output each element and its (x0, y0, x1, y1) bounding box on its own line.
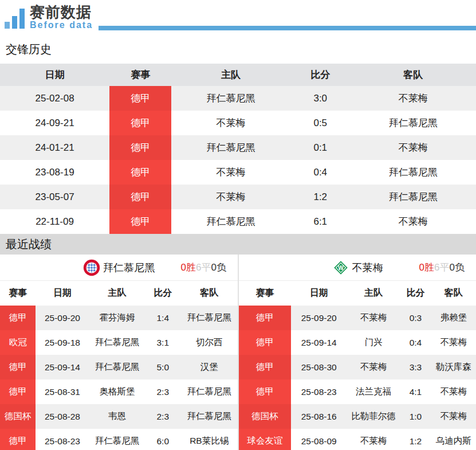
cell-competition: 德甲 (239, 379, 291, 404)
cell-away-team: 拜仁慕尼黑 (351, 185, 476, 209)
record-wins: 0胜 (419, 262, 434, 273)
cell-score: 3:1 (145, 330, 180, 355)
cell-date: 25-08-30 (291, 355, 347, 379)
table-row: 24-01-21 德甲 拜仁慕尼黑 0:1 不莱梅 (0, 135, 476, 160)
cell-date: 24-09-21 (0, 111, 109, 135)
recent-header-row: 赛事 日期 主队 比分 客队 (239, 281, 476, 306)
cell-date: 23-05-07 (0, 185, 109, 209)
cell-away-team: 拜仁慕尼黑 (180, 306, 238, 330)
cell-score: 1:2 (290, 185, 351, 209)
logo-subtitle: Before data (30, 20, 93, 30)
cell-date: 23-08-19 (0, 160, 109, 185)
h2h-section-title: 交锋历史 (0, 34, 476, 64)
cell-away-team: 乌迪内斯 (431, 429, 476, 450)
table-row: 德甲 25-08-23 法兰克福 4:1 不莱梅 (239, 379, 476, 404)
werder-club-logo-icon: W (332, 259, 349, 276)
table-row: 欧冠 25-09-18 拜仁慕尼黑 3:1 切尔西 (0, 330, 238, 355)
cell-competition: 德甲 (109, 209, 171, 234)
table-row: 德甲 25-09-20 霍芬海姆 1:4 拜仁慕尼黑 (0, 306, 238, 330)
table-row: 德甲 25-08-31 奥格斯堡 2:3 拜仁慕尼黑 (0, 379, 238, 404)
table-row: 德甲 25-08-30 不莱梅 3:3 勒沃库森 (239, 355, 476, 379)
cell-competition: 德国杯 (0, 404, 36, 429)
recent-header-score: 比分 (400, 281, 431, 306)
table-row: 22-11-09 德甲 拜仁慕尼黑 6:1 不莱梅 (0, 209, 476, 234)
header-divider-line (99, 26, 476, 30)
cell-home-team: 不莱梅 (347, 429, 400, 450)
recent-header-away: 客队 (180, 281, 238, 306)
cell-away-team: 不莱梅 (431, 404, 476, 429)
recent-right-panel: W 不莱梅 0胜6平0负 赛事 日期 主队 比分 客队 德甲 (238, 255, 476, 450)
cell-score: 6:1 (290, 209, 351, 234)
cell-home-team: 不莱梅 (347, 306, 400, 330)
cell-date: 25-08-16 (291, 404, 347, 429)
record-losses: 0负 (450, 262, 465, 273)
cell-home-team: 不莱梅 (171, 160, 290, 185)
record-losses: 0负 (211, 262, 226, 273)
bar-chart-icon (5, 6, 26, 30)
h2h-header-home: 主队 (171, 64, 290, 86)
cell-home-team: 拜仁慕尼黑 (89, 429, 145, 450)
cell-score: 1:2 (400, 429, 431, 450)
table-row: 球会友谊 25-08-09 不莱梅 1:2 乌迪内斯 (239, 429, 476, 450)
cell-date: 25-09-18 (36, 330, 89, 355)
cell-competition: 德甲 (109, 160, 171, 185)
cell-competition: 欧冠 (0, 330, 36, 355)
cell-away-team: 不莱梅 (431, 330, 476, 355)
cell-away-team: 拜仁慕尼黑 (351, 111, 476, 135)
cell-score: 2:3 (145, 379, 180, 404)
recent-header-comp: 赛事 (0, 281, 36, 306)
cell-competition: 德甲 (109, 185, 171, 209)
cell-score: 0:4 (400, 330, 431, 355)
table-row: 德甲 25-09-14 门兴 0:4 不莱梅 (239, 330, 476, 355)
cell-away-team: 拜仁慕尼黑 (180, 404, 238, 429)
cell-competition: 德甲 (0, 355, 36, 379)
h2h-header-score: 比分 (290, 64, 351, 86)
cell-competition: 德甲 (239, 330, 291, 355)
cell-competition: 德甲 (109, 135, 171, 160)
recent-table-bremen: 赛事 日期 主队 比分 客队 德甲 25-09-20 不莱梅 0:3 弗赖堡 (239, 281, 476, 450)
cell-score: 0:4 (290, 160, 351, 185)
cell-home-team: 门兴 (347, 330, 400, 355)
table-row: 23-08-19 德甲 不莱梅 0:4 拜仁慕尼黑 (0, 160, 476, 185)
cell-date: 25-09-20 (291, 306, 347, 330)
cell-away-team: 勒沃库森 (431, 355, 476, 379)
page-header: 赛前数据 Before data (0, 0, 476, 34)
h2h-table: 日期 赛事 主队 比分 客队 25-02-08 德甲 拜仁慕尼黑 3:0 不莱梅… (0, 64, 476, 234)
cell-home-team: 霍芬海姆 (89, 306, 145, 330)
cell-score: 1:4 (145, 306, 180, 330)
bayern-club-logo-icon (83, 259, 100, 276)
cell-date: 25-08-23 (36, 429, 89, 450)
table-row: 德国杯 25-08-16 比勒菲尔德 1:0 不莱梅 (239, 404, 476, 429)
cell-home-team: 奥格斯堡 (89, 379, 145, 404)
svg-text:W: W (338, 265, 344, 271)
cell-home-team: 拜仁慕尼黑 (89, 330, 145, 355)
table-row: 德甲 25-09-20 不莱梅 0:3 弗赖堡 (239, 306, 476, 330)
cell-competition: 德甲 (0, 379, 36, 404)
cell-date: 25-08-23 (291, 379, 347, 404)
recent-header-row: 赛事 日期 主队 比分 客队 (0, 281, 238, 306)
cell-home-team: 拜仁慕尼黑 (89, 355, 145, 379)
cell-score: 0:5 (290, 111, 351, 135)
cell-competition: 德甲 (239, 355, 291, 379)
cell-home-team: 拜仁慕尼黑 (171, 135, 290, 160)
cell-away-team: 弗赖堡 (431, 306, 476, 330)
table-row: 德甲 25-08-23 拜仁慕尼黑 6:0 RB莱比锡 (0, 429, 238, 450)
record-wins: 0胜 (181, 262, 196, 273)
cell-competition: 德国杯 (239, 404, 291, 429)
cell-score: 3:0 (290, 86, 351, 111)
team-name: 不莱梅 (352, 261, 383, 275)
cell-score: 6:0 (145, 429, 180, 450)
h2h-header-comp: 赛事 (109, 64, 171, 86)
cell-competition: 德甲 (109, 111, 171, 135)
recent-header-home: 主队 (89, 281, 145, 306)
cell-home-team: 比勒菲尔德 (347, 404, 400, 429)
cell-away-team: 拜仁慕尼黑 (351, 160, 476, 185)
record-draws: 6平 (434, 262, 449, 273)
cell-score: 1:0 (400, 404, 431, 429)
table-row: 德国杯 25-08-28 韦恩 2:3 拜仁慕尼黑 (0, 404, 238, 429)
table-row: 德甲 25-09-14 拜仁慕尼黑 5:0 汉堡 (0, 355, 238, 379)
cell-home-team: 法兰克福 (347, 379, 400, 404)
cell-score: 0:1 (290, 135, 351, 160)
recent-section-title: 最近战绩 (0, 234, 476, 255)
cell-competition: 球会友谊 (239, 429, 291, 450)
